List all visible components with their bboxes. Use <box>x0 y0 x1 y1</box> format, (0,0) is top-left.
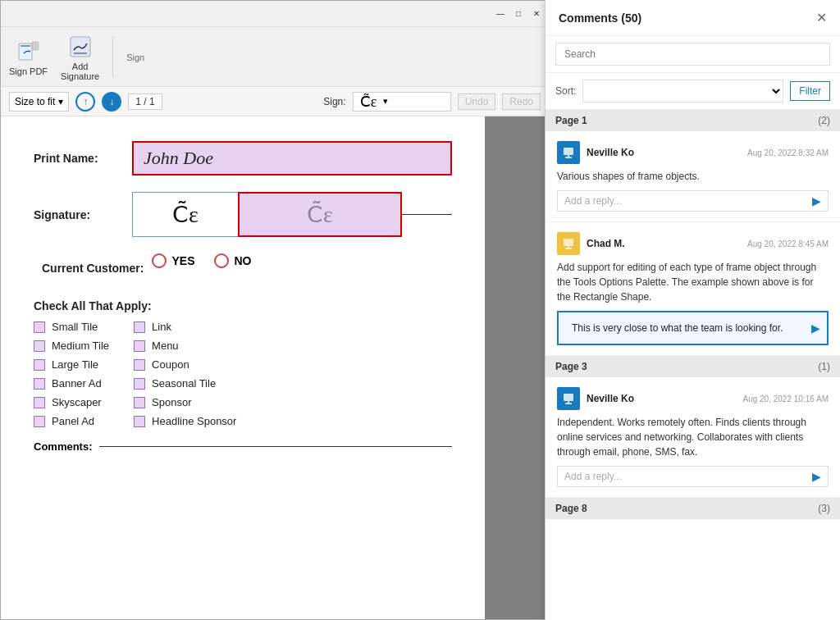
filter-button[interactable]: Filter <box>790 81 830 101</box>
no-radio[interactable]: NO <box>214 253 251 268</box>
yes-radio[interactable]: YES <box>152 253 194 268</box>
comment-header-2: Chad M. Aug 20, 2022 8:45 AM <box>557 232 829 255</box>
check-coupon[interactable]: Coupon <box>134 358 236 371</box>
reply-placeholder-1: Add a reply... <box>564 195 622 207</box>
print-name-label: Print Name: <box>34 152 132 165</box>
checkbox-menu[interactable] <box>134 340 145 352</box>
nav-bar: Size to fit ▾ ↑ ↓ 1 / 1 Sign: C̃ε ▾ Undo… <box>1 87 549 116</box>
current-customer-label: Current Customer: <box>42 262 144 275</box>
svg-rect-8 <box>564 239 573 246</box>
comments-panel: Comments (50) ✕ Sort: Filter Page 1 (2) <box>545 0 840 620</box>
check-seasonal-tile[interactable]: Seasonal Tile <box>134 377 236 390</box>
svg-rect-11 <box>564 394 573 401</box>
avatar-chad <box>557 232 580 255</box>
page1-section-header: Page 1 (2) <box>546 110 840 131</box>
check-link[interactable]: Link <box>134 321 236 333</box>
check-columns: Small Tile Medium Tile Large Tile B <box>34 321 452 427</box>
check-section-title: Check All That Apply: <box>34 299 452 312</box>
signature-box-blue[interactable]: C̃ε <box>132 192 239 237</box>
checkbox-headline-sponsor[interactable] <box>134 416 145 427</box>
sort-row: Sort: Filter <box>546 73 840 110</box>
checkbox-large-tile[interactable] <box>34 359 45 371</box>
checkbox-sponsor[interactable] <box>134 397 145 408</box>
checkbox-coupon[interactable] <box>134 359 145 371</box>
radio-row: YES NO <box>152 253 251 268</box>
signature-label: Signature: <box>34 208 132 221</box>
comments-row: Comments: <box>34 440 452 453</box>
link-label: Link <box>152 321 171 333</box>
author-1: Neville Ko <box>587 147 634 158</box>
reply-box-1[interactable]: Add a reply... ▶ <box>557 190 829 212</box>
skyscaper-label: Skyscaper <box>52 396 102 408</box>
sign-pdf-tool[interactable]: Sign PDF <box>9 37 48 76</box>
banner-ad-label: Banner Ad <box>52 377 102 390</box>
restore-button[interactable]: □ <box>513 8 524 20</box>
headline-sponsor-label: Headline Sponsor <box>152 415 236 427</box>
reply-box-active[interactable]: This is very close to what the team is l… <box>557 311 829 345</box>
check-large-tile[interactable]: Large Tile <box>34 358 109 371</box>
toolbar-divider <box>112 36 113 77</box>
minimize-button[interactable]: — <box>495 8 506 20</box>
print-name-field[interactable]: John Doe <box>132 141 452 176</box>
check-sponsor[interactable]: Sponsor <box>134 396 236 408</box>
redo-button[interactable]: Redo <box>502 93 541 110</box>
checkbox-skyscaper[interactable] <box>34 397 45 408</box>
prev-page-button[interactable]: ↑ <box>75 92 95 112</box>
checkbox-panel-ad[interactable] <box>34 416 45 427</box>
current-customer-row: Current Customer: YES NO <box>42 253 452 283</box>
check-menu[interactable]: Menu <box>134 340 236 352</box>
signature-copy: C̃ε <box>307 201 333 228</box>
seasonal-tile-label: Seasonal Tile <box>152 377 216 390</box>
sign-pdf-label: Sign PDF <box>9 66 48 76</box>
check-headline-sponsor[interactable]: Headline Sponsor <box>134 415 236 427</box>
reply-send-1[interactable]: ▶ <box>812 194 821 207</box>
checkbox-seasonal-tile[interactable] <box>134 378 145 390</box>
reply-send-3[interactable]: ▶ <box>812 470 821 483</box>
check-small-tile[interactable]: Small Tile <box>34 321 109 333</box>
undo-button[interactable]: Undo <box>458 93 496 110</box>
svg-rect-5 <box>564 148 573 155</box>
large-tile-label: Large Tile <box>52 358 98 371</box>
comment-neville-page3: Neville Ko Aug 20, 2022 10:16 AM Indepen… <box>546 377 840 498</box>
next-page-button[interactable]: ↓ <box>102 92 121 112</box>
time-2: Aug 20, 2022 8:45 AM <box>747 239 829 248</box>
close-window-button[interactable]: ✕ <box>531 8 542 20</box>
panel-ad-label: Panel Ad <box>52 415 94 427</box>
checkbox-medium-tile[interactable] <box>34 340 45 352</box>
checkbox-small-tile[interactable] <box>34 321 45 333</box>
signature-dropdown[interactable]: C̃ε ▾ <box>353 92 451 112</box>
size-select[interactable]: Size to fit ▾ <box>9 92 69 112</box>
sponsor-label: Sponsor <box>152 396 191 408</box>
sign-section-label: Sign <box>126 52 144 62</box>
pdf-right-margin <box>485 116 549 619</box>
time-3: Aug 20, 2022 10:16 AM <box>742 394 829 403</box>
check-column-2: Link Menu Coupon Seasonal Tile <box>134 321 236 427</box>
check-banner-ad[interactable]: Banner Ad <box>34 377 109 390</box>
sort-label: Sort: <box>555 85 576 97</box>
page3-title: Page 3 <box>555 361 587 372</box>
sort-select[interactable] <box>582 80 783 103</box>
menu-label: Menu <box>152 340 179 352</box>
reply-send-2[interactable]: ▶ <box>811 321 820 335</box>
check-skyscaper[interactable]: Skyscaper <box>34 396 109 408</box>
signature-display: C̃ε <box>360 93 377 111</box>
signature-area: C̃ε C̃ε <box>132 192 452 237</box>
check-column-1: Small Tile Medium Tile Large Tile B <box>34 321 109 427</box>
search-input[interactable] <box>555 43 830 66</box>
checkbox-banner-ad[interactable] <box>34 378 45 390</box>
title-bar-buttons: — □ ✕ <box>495 8 542 20</box>
comment-header-3: Neville Ko Aug 20, 2022 10:16 AM <box>557 387 829 410</box>
sign-pdf-icon <box>14 37 43 66</box>
reply-box-3[interactable]: Add a reply... ▶ <box>557 466 829 487</box>
title-bar: — □ ✕ <box>1 1 549 27</box>
reply-text-active: This is very close to what the team is l… <box>565 317 811 339</box>
check-section: Check All That Apply: Small Tile Medium … <box>34 299 452 427</box>
avatar-neville-3 <box>557 387 580 410</box>
page3-section-header: Page 3 (1) <box>546 356 840 377</box>
close-comments-button[interactable]: ✕ <box>816 10 827 25</box>
add-signature-tool[interactable]: AddSignature <box>61 32 99 81</box>
check-medium-tile[interactable]: Medium Tile <box>34 340 109 352</box>
checkbox-link[interactable] <box>134 321 145 333</box>
signature-box-red[interactable]: C̃ε <box>238 192 402 237</box>
check-panel-ad[interactable]: Panel Ad <box>34 415 109 427</box>
